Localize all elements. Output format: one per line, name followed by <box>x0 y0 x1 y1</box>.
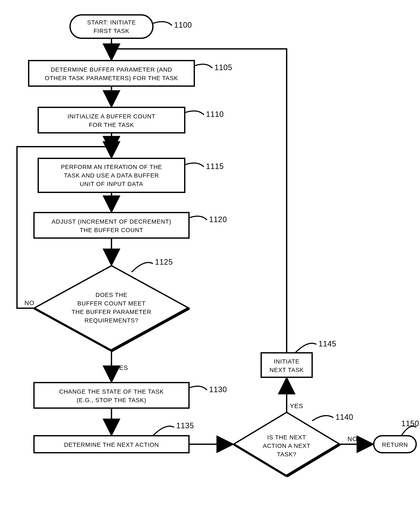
svg-rect-2 <box>29 61 194 86</box>
n1145-t1: INITIATE <box>274 358 299 365</box>
n1115-t2: TASK AND USE A DATA BUFFER <box>64 172 159 179</box>
svg-rect-8 <box>34 213 189 238</box>
ref-1145: 1145 <box>318 339 336 348</box>
decision-1125: DOES THE BUFFER COUNT MEET THE BUFFER PA… <box>34 266 189 351</box>
d1140-t2: ACTION A NEXT <box>263 443 311 449</box>
ref-1150: 1150 <box>401 419 419 428</box>
d1125-t1: DOES THE <box>96 292 128 298</box>
edge-no-1125: NO <box>24 299 34 306</box>
flowchart: START: INITIATE FIRST TASK 1100 DETERMIN… <box>4 4 420 515</box>
node-1135: DETERMINE THE NEXT ACTION <box>34 436 189 453</box>
ref-1110: 1110 <box>206 110 224 119</box>
n1120-t1: ADJUST (INCREMENT OF DECREMENT) <box>52 218 171 225</box>
n1130-t2: (E.G., STOP THE TASK) <box>77 397 146 403</box>
decision-1140: IS THE NEXT ACTION A NEXT TASK? <box>233 412 340 476</box>
n1145-t2: NEXT TASK <box>270 367 304 373</box>
svg-rect-4 <box>38 107 185 133</box>
ref-1120: 1120 <box>209 215 227 224</box>
node-1120: ADJUST (INCREMENT OF DECREMENT) THE BUFF… <box>34 213 189 238</box>
d1125-t3: THE BUFFER PARAMETER <box>72 309 151 315</box>
ref-1135: 1135 <box>176 421 194 430</box>
node-1110: INITIALIZE A BUFFER COUNT FOR THE TASK <box>38 107 185 133</box>
svg-marker-10 <box>34 266 189 351</box>
svg-rect-22 <box>261 353 312 377</box>
ref-1130: 1130 <box>209 385 227 394</box>
ref-1125: 1125 <box>155 258 173 266</box>
edge-yes-1140: YES <box>290 402 303 409</box>
ref-1105: 1105 <box>214 63 232 72</box>
n1120-t2: THE BUFFER COUNT <box>80 227 143 233</box>
n1115-t3: UNIT OF INPUT DATA <box>80 181 143 187</box>
d1125-t4: REQUIREMENTS? <box>84 317 138 324</box>
node-1115: PERFORM AN ITERATION OF THE TASK AND USE… <box>38 158 185 192</box>
start-text-2: FIRST TASK <box>94 28 129 34</box>
d1140-t3: TASK? <box>277 451 296 458</box>
ref-1100: 1100 <box>174 21 192 29</box>
ref-1115: 1115 <box>206 162 224 171</box>
node-1130: CHANGE THE STATE OF THE TASK (E.G., STOP… <box>34 383 189 408</box>
d1125-t2: BUFFER COUNT MEET <box>77 300 145 307</box>
n1110-t2: FOR THE TASK <box>89 122 134 128</box>
return-text: RETURN <box>382 441 408 448</box>
node-1105: DETERMINE BUFFER PARAMETER (AND OTHER TA… <box>29 61 194 86</box>
n1115-t1: PERFORM AN ITERATION OF THE <box>61 164 162 170</box>
svg-rect-0 <box>70 15 153 38</box>
start-text-1: START: INITIATE <box>87 19 136 26</box>
n1105-t2: OTHER TASK PARAMETERS) FOR THE TASK <box>45 75 178 81</box>
node-1145: INITIATE NEXT TASK <box>261 353 312 377</box>
n1130-t1: CHANGE THE STATE OF THE TASK <box>59 388 164 395</box>
n1110-t1: INITIALIZE A BUFFER COUNT <box>68 113 155 120</box>
svg-rect-14 <box>34 383 189 408</box>
edge-no-1140: NO <box>348 435 358 442</box>
return-node: RETURN <box>374 436 416 453</box>
ref-1140: 1140 <box>336 413 353 422</box>
n1135-t1: DETERMINE THE NEXT ACTION <box>64 441 159 448</box>
n1105-t1: DETERMINE BUFFER PARAMETER (AND <box>51 66 172 73</box>
start-node: START: INITIATE FIRST TASK <box>70 15 153 38</box>
edge-yes-1125: YES <box>115 364 128 371</box>
d1140-t1: IS THE NEXT <box>267 434 306 441</box>
